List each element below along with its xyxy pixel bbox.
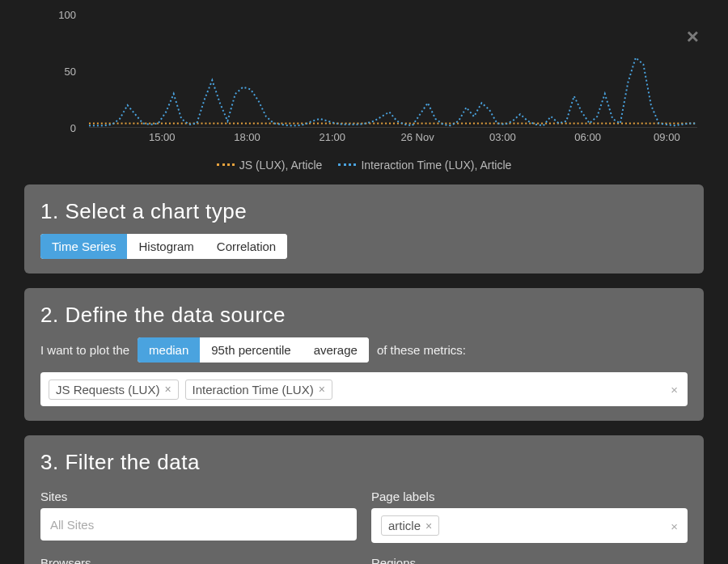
stat-option[interactable]: average <box>303 337 369 363</box>
legend-label: Interaction Time (LUX), Article <box>361 159 511 172</box>
x-tick-label: 06:00 <box>574 131 601 143</box>
chart-legend: JS (LUX), ArticleInteraction Time (LUX),… <box>24 155 704 172</box>
regions-label: Regions <box>371 556 688 564</box>
chart-type-option[interactable]: Correlation <box>205 234 287 259</box>
legend-item[interactable]: Interaction Time (LUX), Article <box>338 159 511 172</box>
chart-x-axis: 15:0018:0021:0026 Nov03:0006:0009:00 <box>89 131 697 147</box>
x-tick-label: 15:00 <box>149 131 176 143</box>
chart-type-segmented: Time SeriesHistogramCorrelation <box>40 234 287 259</box>
panel-data-source: 2. Define the data source I want to plot… <box>24 288 704 421</box>
legend-swatch <box>217 163 235 166</box>
metric-chip[interactable]: JS Requests (LUX)× <box>49 380 179 400</box>
x-tick-label: 03:00 <box>489 131 516 143</box>
page-labels-label: Page labels <box>371 490 688 503</box>
panel-title: 1. Select a chart type <box>40 199 688 224</box>
chart-area: × 050100 15:0018:0021:0026 Nov03:0006:00… <box>24 0 704 170</box>
metric-chip-label: JS Requests (LUX) <box>56 383 159 396</box>
page-labels-input[interactable]: article×× <box>371 508 688 543</box>
x-tick-label: 18:00 <box>234 131 260 143</box>
remove-chip-icon[interactable]: × <box>164 383 171 396</box>
y-tick-label: 50 <box>65 66 76 78</box>
chart-y-axis: 050100 <box>24 15 83 128</box>
remove-chip-icon[interactable]: × <box>425 519 432 532</box>
metric-chip[interactable]: Interaction Time (LUX)× <box>185 380 332 400</box>
clear-page-labels-icon[interactable]: × <box>671 519 678 532</box>
plot-suffix-text: of these metrics: <box>377 343 466 357</box>
browsers-label: Browsers <box>40 556 357 564</box>
page-label-chip[interactable]: article× <box>381 515 439 536</box>
panel-title: 3. Filter the data <box>40 450 688 475</box>
chart-type-option[interactable]: Time Series <box>40 234 127 259</box>
y-tick-label: 0 <box>70 122 76 134</box>
x-tick-label: 09:00 <box>654 131 680 143</box>
panel-filter: 3. Filter the data Sites All Sites Page … <box>24 435 704 564</box>
sites-placeholder: All Sites <box>50 518 94 532</box>
clear-metrics-icon[interactable]: × <box>671 383 678 396</box>
chart-series <box>89 57 697 125</box>
stat-option[interactable]: median <box>138 337 200 363</box>
remove-chip-icon[interactable]: × <box>319 383 325 396</box>
metrics-input[interactable]: JS Requests (LUX)×Interaction Time (LUX)… <box>40 372 688 406</box>
sites-input[interactable]: All Sites <box>40 508 357 541</box>
chart-type-option[interactable]: Histogram <box>127 234 205 259</box>
y-tick-label: 100 <box>58 9 76 21</box>
page-label-chip-label: article <box>388 519 421 532</box>
panel-chart-type: 1. Select a chart type Time SeriesHistog… <box>24 184 704 274</box>
metric-chip-label: Interaction Time (LUX) <box>193 383 314 396</box>
x-tick-label: 21:00 <box>320 131 346 143</box>
panel-title: 2. Define the data source <box>40 303 688 328</box>
legend-swatch <box>338 163 356 166</box>
legend-label: JS (LUX), Article <box>239 159 323 172</box>
stat-segmented: median95th percentileaverage <box>138 337 369 363</box>
plot-prefix-text: I want to plot the <box>40 343 129 357</box>
legend-item[interactable]: JS (LUX), Article <box>217 159 323 172</box>
chart-plot <box>89 15 697 128</box>
x-tick-label: 26 Nov <box>400 131 434 143</box>
sites-label: Sites <box>40 490 357 503</box>
stat-option[interactable]: 95th percentile <box>200 337 302 363</box>
